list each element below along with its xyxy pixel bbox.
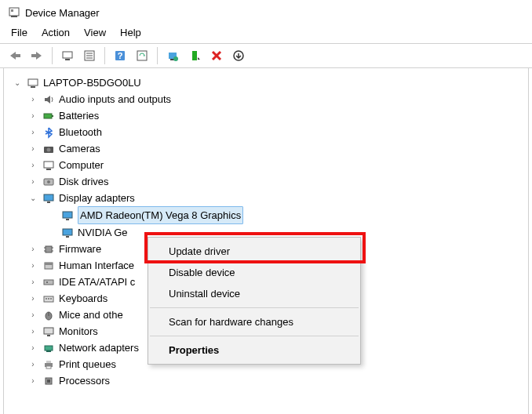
chevron-down-icon[interactable]: ⌄ xyxy=(27,190,38,206)
svg-point-45 xyxy=(46,281,48,283)
node-label: Cameras xyxy=(59,140,100,157)
tree-node-cameras[interactable]: › Cameras xyxy=(9,140,525,157)
node-label: Firmware xyxy=(59,241,101,257)
svg-rect-57 xyxy=(46,361,51,363)
svg-rect-0 xyxy=(9,8,19,16)
tree-node-bluetooth[interactable]: › Bluetooth xyxy=(9,124,525,140)
svg-rect-6 xyxy=(65,59,70,60)
node-label: Bluetooth xyxy=(59,124,102,140)
tree-node-audio[interactable]: › Audio inputs and outputs xyxy=(9,91,525,107)
node-label: Audio inputs and outputs xyxy=(59,91,171,107)
properties-icon[interactable] xyxy=(79,46,100,65)
svg-rect-34 xyxy=(66,219,69,220)
svg-rect-43 xyxy=(45,263,53,265)
chevron-right-icon[interactable]: › xyxy=(27,140,38,157)
svg-rect-60 xyxy=(47,380,50,383)
node-label: Human Interface xyxy=(59,257,134,274)
speaker-icon xyxy=(42,93,56,106)
node-label: Print queues xyxy=(59,356,116,372)
display-icon xyxy=(60,209,75,222)
tree-node-amd[interactable]: AMD Radeon(TM) Vega 8 Graphics xyxy=(9,206,525,224)
ctx-disable-device[interactable]: Disable device xyxy=(148,262,360,283)
chevron-right-icon[interactable]: › xyxy=(27,91,38,107)
enable-icon[interactable] xyxy=(184,46,205,65)
tree-node-display[interactable]: ⌄ Display adapters xyxy=(9,190,525,206)
chevron-right-icon[interactable]: › xyxy=(27,257,38,274)
svg-rect-54 xyxy=(45,346,53,350)
svg-rect-13 xyxy=(137,51,147,60)
printer-icon xyxy=(42,358,56,371)
titlebar: Device Manager xyxy=(0,0,532,24)
tree-root[interactable]: ⌄ LAPTOP-B5DGO0LU xyxy=(9,74,525,91)
back-button[interactable] xyxy=(5,46,25,65)
context-separator xyxy=(150,307,359,308)
context-menu: Update driver Disable device Uninstall d… xyxy=(148,237,361,365)
node-label: Keyboards xyxy=(59,290,107,307)
chevron-right-icon[interactable]: › xyxy=(27,107,38,124)
toolbar-separator xyxy=(104,47,105,64)
svg-rect-2 xyxy=(11,9,13,12)
svg-rect-55 xyxy=(46,350,51,352)
forward-button[interactable] xyxy=(27,46,47,65)
chevron-right-icon[interactable]: › xyxy=(27,274,38,290)
svg-point-16 xyxy=(173,56,178,61)
battery-icon xyxy=(42,110,56,122)
toolbar-separator xyxy=(52,47,53,64)
ctx-update-driver[interactable]: Update driver xyxy=(148,241,360,262)
svg-rect-37 xyxy=(46,246,52,252)
menu-file[interactable]: File xyxy=(11,27,27,38)
menu-help[interactable]: Help xyxy=(120,27,141,38)
svg-rect-22 xyxy=(31,86,35,88)
toolbar-separator xyxy=(157,47,158,64)
svg-rect-58 xyxy=(46,366,51,369)
chevron-right-icon[interactable]: › xyxy=(27,372,38,389)
menu-action[interactable]: Action xyxy=(42,27,70,38)
display-icon xyxy=(60,227,75,239)
toolbar: ? xyxy=(0,43,532,68)
chevron-right-icon[interactable]: › xyxy=(27,323,38,340)
svg-rect-49 xyxy=(50,298,52,300)
chevron-right-icon[interactable]: › xyxy=(27,124,38,140)
tree-node-processors[interactable]: › Processors xyxy=(9,372,525,389)
more-icon[interactable] xyxy=(228,46,249,65)
chevron-right-icon[interactable]: › xyxy=(27,173,38,190)
chevron-right-icon[interactable]: › xyxy=(27,241,38,257)
ctx-uninstall-device[interactable]: Uninstall device xyxy=(148,283,360,304)
chevron-right-icon[interactable]: › xyxy=(27,307,38,323)
help-icon[interactable]: ? xyxy=(110,46,130,65)
cpu-icon xyxy=(42,375,56,387)
tree-node-computer[interactable]: › Computer xyxy=(9,157,525,173)
chevron-right-icon[interactable]: › xyxy=(27,340,38,356)
bluetooth-icon xyxy=(42,126,56,139)
svg-rect-52 xyxy=(44,328,53,334)
tree-node-batteries[interactable]: › Batteries xyxy=(9,107,525,124)
ctx-scan-hardware[interactable]: Scan for hardware changes xyxy=(148,311,360,332)
update-icon[interactable] xyxy=(162,46,183,65)
network-icon xyxy=(42,342,56,354)
node-label: Monitors xyxy=(59,323,98,340)
hid-icon xyxy=(42,260,56,272)
scan-icon[interactable] xyxy=(132,46,152,65)
chip-icon xyxy=(42,243,56,256)
computer-icon[interactable] xyxy=(57,46,78,65)
chevron-down-icon[interactable]: ⌄ xyxy=(12,74,23,91)
chevron-right-icon[interactable]: › xyxy=(27,356,38,372)
svg-rect-47 xyxy=(46,298,47,300)
node-label: Processors xyxy=(59,372,110,389)
svg-rect-3 xyxy=(16,54,20,57)
svg-rect-21 xyxy=(28,79,38,85)
ctx-properties[interactable]: Properties xyxy=(148,340,360,361)
svg-point-26 xyxy=(47,147,51,151)
menu-view[interactable]: View xyxy=(84,27,106,38)
window-title: Device Manager xyxy=(25,7,100,19)
svg-point-30 xyxy=(47,180,50,183)
uninstall-icon[interactable] xyxy=(206,46,227,65)
computer-icon xyxy=(26,77,40,89)
keyboard-icon xyxy=(42,292,56,305)
svg-rect-33 xyxy=(63,212,72,218)
chevron-right-icon[interactable]: › xyxy=(27,290,38,307)
node-label: Batteries xyxy=(59,107,99,124)
tree-node-disk[interactable]: › Disk drives xyxy=(9,173,525,190)
node-label: IDE ATA/ATAPI c xyxy=(59,274,135,290)
chevron-right-icon[interactable]: › xyxy=(27,157,38,173)
